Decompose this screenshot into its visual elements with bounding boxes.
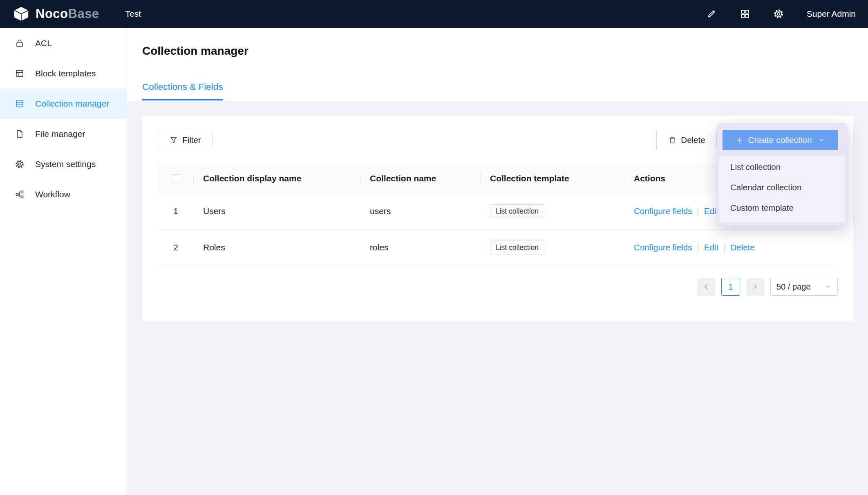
cell-collection-name: users (360, 206, 481, 216)
pagination: 1 50 / page (697, 278, 838, 296)
column-header-display-name: Collection display name (194, 174, 360, 183)
sidebar-item-block-templates[interactable]: Block templates (0, 58, 126, 89)
delete-button-label: Delete (681, 135, 705, 145)
menu-item-custom-template[interactable]: Custom template (719, 198, 845, 218)
highlight-icon[interactable] (706, 9, 717, 19)
action-divider (697, 206, 699, 216)
column-header-name: Collection name (360, 174, 481, 183)
sidebar-item-workflow[interactable]: Workflow (0, 179, 126, 210)
chevron-right-icon (751, 283, 759, 291)
column-header-template: Collection template (481, 174, 624, 183)
create-collection-popover: Create collection List collection Calend… (717, 123, 848, 226)
cell-actions: Configure fieldsEditDelete (624, 243, 838, 252)
file-icon (15, 129, 25, 139)
prev-page-button[interactable] (697, 278, 715, 296)
configure-fields-link[interactable]: Configure fields (634, 206, 692, 216)
tab-collections-fields[interactable]: Collections & Fields (142, 81, 223, 100)
create-collection-menu: List collection Calendar collection Cust… (719, 156, 845, 223)
brand-name-primary: Noco (36, 7, 68, 21)
settings-icon[interactable] (773, 9, 784, 19)
trash-icon (668, 136, 677, 145)
sidebar-item-file-manager[interactable]: File manager (0, 119, 126, 149)
plugins-icon[interactable] (740, 9, 750, 19)
brand-name-secondary: Base (68, 7, 99, 21)
template-tag: List collection (490, 204, 544, 218)
sidebar-item-label: Workflow (35, 190, 70, 199)
delete-link[interactable]: Delete (730, 243, 754, 252)
sidebar-item-label: System settings (35, 159, 96, 169)
page-size-value: 50 / page (776, 282, 810, 292)
lock-icon (15, 38, 25, 48)
cell-template: List collection (481, 204, 624, 218)
action-divider (697, 243, 699, 252)
layout-icon (15, 69, 25, 78)
delete-button[interactable]: Delete (656, 130, 717, 150)
sidebar-item-label: ACL (35, 38, 52, 48)
chevron-down-icon (825, 283, 832, 290)
row-index: 1 (158, 206, 194, 216)
top-right-actions: Super Admin (706, 9, 856, 19)
sidebar-item-system-settings[interactable]: System settings (0, 149, 126, 179)
top-menu: Test (123, 9, 144, 19)
edit-link[interactable]: Edit (704, 206, 718, 216)
edit-link[interactable]: Edit (704, 243, 718, 252)
configure-fields-link[interactable]: Configure fields (634, 243, 692, 252)
sidebar: ACL Block templates Collection manager (0, 28, 127, 495)
main-content: Collection manager Collections & Fields … (127, 28, 868, 495)
cell-display-name: Roles (194, 243, 360, 252)
sidebar-item-collection-manager[interactable]: Collection manager (0, 89, 126, 119)
nocobase-logo[interactable]: NocoBase (12, 6, 99, 22)
cell-collection-name: roles (360, 243, 481, 252)
tabs-bar: Collections & Fields (142, 81, 223, 100)
user-menu[interactable]: Super Admin (807, 9, 856, 19)
sidebar-item-label: File manager (35, 129, 85, 139)
sidebar-item-label: Block templates (35, 69, 96, 78)
next-page-button[interactable] (746, 278, 764, 296)
cell-display-name: Users (194, 206, 360, 216)
chevron-left-icon (702, 283, 710, 291)
create-collection-label: Create collection (748, 135, 812, 145)
plus-icon (735, 136, 743, 144)
brand-name: NocoBase (36, 7, 99, 21)
table-icon (15, 99, 25, 109)
select-all-checkbox[interactable] (172, 174, 180, 183)
sidebar-item-label: Collection manager (35, 99, 109, 109)
template-tag: List collection (490, 241, 544, 254)
top-navbar: NocoBase Test (0, 0, 868, 28)
filter-button-label: Filter (182, 135, 201, 145)
page-title: Collection manager (142, 44, 248, 58)
menu-item-calendar-collection[interactable]: Calendar collection (719, 177, 845, 198)
page-size-select[interactable]: 50 / page (770, 278, 838, 296)
table-row: 2 Roles roles List collection Configure … (158, 230, 838, 266)
top-menu-item-test[interactable]: Test (123, 9, 144, 18)
row-index: 2 (158, 243, 194, 252)
sidebar-item-acl[interactable]: ACL (0, 28, 126, 58)
nocobase-cube-icon (12, 6, 30, 22)
filter-button[interactable]: Filter (158, 130, 213, 150)
gear-icon (15, 159, 25, 169)
select-all-cell (158, 174, 194, 183)
chevron-down-icon (818, 136, 825, 144)
page-number-button[interactable]: 1 (721, 278, 740, 296)
create-collection-button[interactable]: Create collection (723, 130, 838, 150)
workflow-icon (15, 190, 25, 199)
cell-template: List collection (481, 241, 624, 254)
action-divider (723, 243, 725, 252)
menu-item-list-collection[interactable]: List collection (719, 157, 845, 177)
filter-icon (169, 136, 178, 145)
